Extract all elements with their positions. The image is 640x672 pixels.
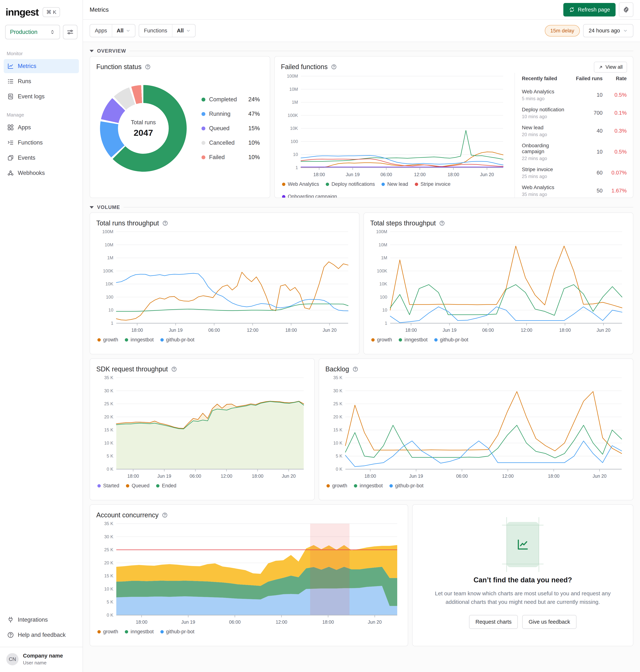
sidebar-item-label: Event logs xyxy=(18,93,45,100)
status-percent: 10% xyxy=(248,140,260,146)
failed-function-row[interactable]: Deploy notification 10 mins ago 700 0.1% xyxy=(522,104,627,122)
rate-header: Rate xyxy=(602,76,627,82)
function-status-card: Function status Total runs 2047 Complete… xyxy=(90,56,270,198)
view-all-label: View all xyxy=(605,64,623,70)
failed-functions-chart: 11010010K100K1M10M100M18:00Jun 1906:0012… xyxy=(281,73,507,178)
status-legend-row: Completed24% xyxy=(202,96,260,103)
svg-text:30 K: 30 K xyxy=(104,388,113,393)
failed-function-row[interactable]: Web Analytics 35 mins ago 50 1.67% xyxy=(522,182,627,198)
failed-function-row[interactable]: Onboarding campaign 22 mins ago 10 0.5% xyxy=(522,140,627,164)
refresh-page-button[interactable]: Refresh page xyxy=(563,3,615,16)
main: Metrics Refresh page Apps All xyxy=(83,0,640,672)
chart-line-icon xyxy=(7,62,14,70)
failed-function-time: 25 mins ago xyxy=(522,174,571,179)
failed-runs-count: 60 xyxy=(571,170,602,176)
sidebar-item-functions[interactable]: Functions xyxy=(4,135,79,150)
failed-runs-count: 50 xyxy=(571,188,602,194)
sidebar-item-apps[interactable]: Apps xyxy=(4,120,79,134)
failed-function-row[interactable]: Stripe invoice 25 mins ago 60 0.07% xyxy=(522,164,627,182)
recently-failed-header: Recently failed xyxy=(522,76,571,82)
give-feedback-button[interactable]: Give us feedback xyxy=(522,615,576,629)
help-circle-icon[interactable] xyxy=(439,220,445,226)
svg-text:06:00: 06:00 xyxy=(190,473,201,478)
help-circle-icon[interactable] xyxy=(171,366,177,372)
failed-function-row[interactable]: New lead 20 mins ago 40 0.3% xyxy=(522,122,627,140)
svg-text:18:00: 18:00 xyxy=(548,473,559,478)
svg-text:Jun 20: Jun 20 xyxy=(593,473,607,478)
svg-text:0 K: 0 K xyxy=(107,613,113,617)
page-title: Metrics xyxy=(90,6,109,13)
account-row[interactable]: CN Company name User name xyxy=(4,647,79,672)
svg-text:12:00: 12:00 xyxy=(414,172,426,177)
sidebar-item-runs[interactable]: Runs xyxy=(4,74,79,88)
failed-rate: 1.67% xyxy=(602,188,627,194)
svg-text:12:00: 12:00 xyxy=(502,473,514,478)
svg-text:30 K: 30 K xyxy=(104,534,113,539)
sidebar-item-event-logs[interactable]: Event logs xyxy=(4,89,79,103)
svg-text:35 K: 35 K xyxy=(104,521,113,526)
svg-text:18:00: 18:00 xyxy=(131,328,143,333)
svg-text:06:00: 06:00 xyxy=(208,328,220,333)
sdk-requests-title: SDK request throughput xyxy=(96,365,168,373)
account-concurrency-chart: 0 K5 K10 K15 K20 K25 K30 K35 K18:00Jun 1… xyxy=(96,520,401,626)
functions-filter[interactable]: Functions All xyxy=(139,24,195,37)
svg-text:12:00: 12:00 xyxy=(221,473,232,478)
sidebar-item-events[interactable]: Events xyxy=(4,151,79,165)
svg-text:10K: 10K xyxy=(290,126,298,131)
svg-text:100: 100 xyxy=(291,139,298,144)
volume-section-label: VOLUME xyxy=(97,204,120,210)
failed-function-row[interactable]: Web Analytics 5 mins ago 10 0.5% xyxy=(522,86,627,104)
svg-text:Jun 20: Jun 20 xyxy=(323,328,336,333)
volume-section-header[interactable]: VOLUME xyxy=(90,202,633,213)
sidebar-item-label: Apps xyxy=(18,124,31,131)
status-percent: 24% xyxy=(248,96,260,103)
help-circle-icon[interactable] xyxy=(145,64,151,70)
feedback-title: Can’t find the data you need? xyxy=(474,576,572,584)
refresh-label: Refresh page xyxy=(578,7,610,13)
feedback-card: Can’t find the data you need? Let our te… xyxy=(412,504,633,646)
svg-text:18:00: 18:00 xyxy=(252,473,263,478)
legend-item: Onboarding campaign xyxy=(282,194,337,198)
environment-filter-button[interactable] xyxy=(63,25,77,39)
apps-filter[interactable]: Apps All xyxy=(90,24,135,37)
svg-text:30 K: 30 K xyxy=(333,388,343,393)
svg-text:10M: 10M xyxy=(379,242,387,247)
sidebar-item-metrics[interactable]: Metrics xyxy=(4,59,79,73)
legend-item: inngestbot xyxy=(399,337,427,343)
status-legend-row: Failed10% xyxy=(202,154,260,161)
sidebar-item-webhooks[interactable]: Webhooks xyxy=(4,166,79,180)
overview-section-header[interactable]: OVERVIEW xyxy=(90,46,633,56)
sidebar-item-integrations[interactable]: Integrations xyxy=(4,613,79,627)
svg-text:1M: 1M xyxy=(292,100,298,105)
total-runs-chart-legend: growthinngestbotgithub-pr-bot xyxy=(96,337,353,343)
chevron-down-icon xyxy=(126,28,131,33)
help-circle-icon[interactable] xyxy=(162,220,168,226)
svg-text:25 K: 25 K xyxy=(333,401,343,406)
delay-badge: 15m delay xyxy=(545,25,580,37)
overview-section-label: OVERVIEW xyxy=(97,48,126,54)
svg-text:12:00: 12:00 xyxy=(521,328,533,333)
help-circle-icon[interactable] xyxy=(162,512,168,518)
request-charts-button[interactable]: Request charts xyxy=(469,615,518,629)
svg-text:12:00: 12:00 xyxy=(276,619,287,625)
failed-runs-count: 10 xyxy=(571,92,602,98)
chevron-down-icon xyxy=(623,28,628,33)
command-k-shortcut[interactable]: ⌘ K xyxy=(43,7,60,17)
failed-runs-count: 10 xyxy=(571,149,602,155)
svg-text:5 K: 5 K xyxy=(107,599,113,604)
settings-button[interactable] xyxy=(619,2,633,17)
svg-text:5 K: 5 K xyxy=(336,454,343,458)
sidebar-item-help-and-feedback[interactable]: Help and feedback xyxy=(4,628,79,642)
time-range-selector[interactable]: 24 hours ago xyxy=(583,24,633,37)
environment-selector[interactable]: Production xyxy=(5,25,60,39)
view-all-button[interactable]: View all xyxy=(594,62,627,73)
svg-text:20 K: 20 K xyxy=(104,414,113,419)
filter-bar: Apps All Functions All 15m delay 24 hour… xyxy=(83,20,640,42)
backlog-chart-legend: growthinngestbotgithub-pr-bot xyxy=(325,483,627,489)
help-circle-icon[interactable] xyxy=(352,366,358,372)
avatar: CN xyxy=(6,653,18,665)
company-name: Company name xyxy=(23,653,63,659)
status-percent: 47% xyxy=(248,111,260,117)
help-circle-icon[interactable] xyxy=(331,64,337,70)
svg-text:15 K: 15 K xyxy=(104,427,113,432)
